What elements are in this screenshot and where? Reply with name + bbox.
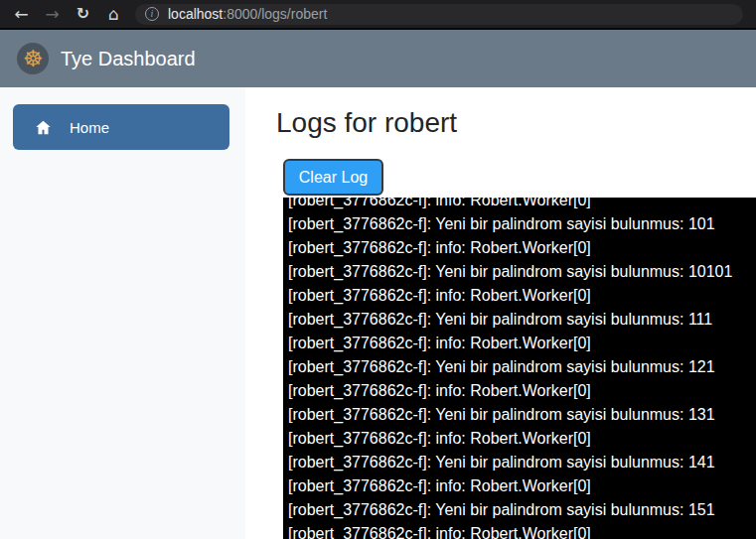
- url-path: :8000/logs/robert: [223, 6, 327, 22]
- log-line: [robert_3776862c-f]: info: Robert.Worker…: [288, 427, 756, 451]
- log-line: [robert_3776862c-f]: info: Robert.Worker…: [288, 284, 756, 308]
- sidebar: Home: [0, 87, 245, 539]
- clear-log-button[interactable]: Clear Log: [283, 159, 383, 196]
- sidebar-item-label: Home: [70, 119, 109, 136]
- home-icon: [35, 119, 52, 136]
- info-icon[interactable]: i: [145, 7, 159, 21]
- log-line: [robert_3776862c-f]: info: Robert.Worker…: [288, 379, 756, 403]
- url-host: localhost: [168, 6, 223, 22]
- url-bar[interactable]: i localhost:8000/logs/robert: [135, 4, 743, 25]
- url-text: localhost:8000/logs/robert: [168, 6, 327, 22]
- log-line: [robert_3776862c-f]: info: Robert.Worker…: [288, 474, 756, 498]
- browser-home-icon[interactable]: ⌂: [98, 0, 129, 28]
- log-line: [robert_3776862c-f]: Yeni bir palindrom …: [288, 355, 756, 379]
- app-title[interactable]: Tye Dashboard: [61, 48, 196, 70]
- sidebar-item-home[interactable]: Home: [13, 104, 229, 150]
- log-line: [robert_3776862c-f]: Yeni bir palindrom …: [288, 498, 756, 522]
- page-title: Logs for robert: [276, 106, 756, 139]
- log-lines-container: [robert_3776862c-f]: info: Robert.Worker…: [283, 198, 756, 539]
- forward-icon[interactable]: →: [37, 0, 68, 28]
- log-line: [robert_3776862c-f]: Yeni bir palindrom …: [288, 260, 756, 284]
- back-icon[interactable]: ←: [6, 0, 37, 28]
- log-line: [robert_3776862c-f]: info: Robert.Worker…: [288, 522, 756, 539]
- log-line: [robert_3776862c-f]: info: Robert.Worker…: [288, 198, 756, 212]
- tye-logo-icon[interactable]: ☸: [17, 43, 49, 74]
- app-navbar: ☸ Tye Dashboard: [0, 30, 756, 87]
- log-line: [robert_3776862c-f]: Yeni bir palindrom …: [288, 451, 756, 474]
- reload-icon[interactable]: ↻: [68, 0, 98, 28]
- content-area: Home Logs for robert Clear Log [robert_3…: [0, 87, 756, 539]
- browser-chrome: ← → ↻ ⌂ i localhost:8000/logs/robert: [0, 0, 756, 30]
- main-content: Logs for robert Clear Log [robert_377686…: [245, 87, 756, 539]
- log-line: [robert_3776862c-f]: Yeni bir palindrom …: [288, 212, 756, 236]
- log-line: [robert_3776862c-f]: info: Robert.Worker…: [288, 236, 756, 260]
- log-line: [robert_3776862c-f]: Yeni bir palindrom …: [288, 308, 756, 332]
- log-line: [robert_3776862c-f]: Yeni bir palindrom …: [288, 403, 756, 427]
- log-line: [robert_3776862c-f]: info: Robert.Worker…: [288, 332, 756, 355]
- log-panel[interactable]: [robert_3776862c-f]: info: Robert.Worker…: [283, 198, 756, 539]
